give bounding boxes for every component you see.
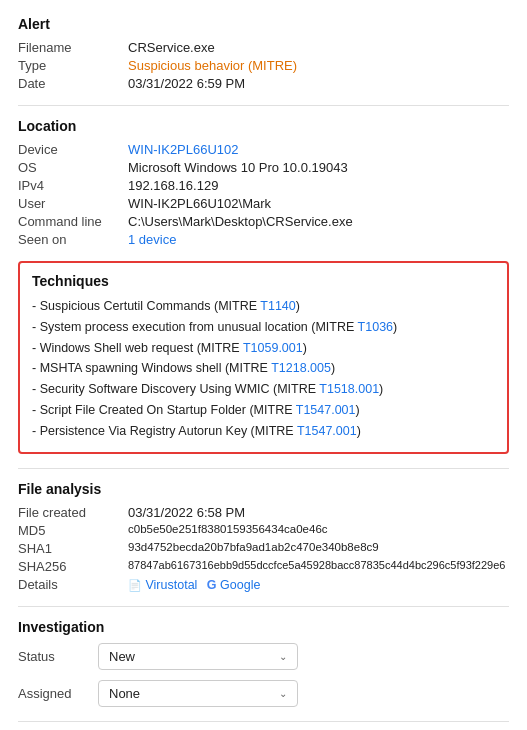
techniques-section: Techniques - Suspicious Certutil Command… xyxy=(18,261,509,454)
investigation-section: Investigation Status New ⌄ Assigned None… xyxy=(18,619,509,707)
investigation-title: Investigation xyxy=(18,619,509,635)
ipv4-label: IPv4 xyxy=(18,178,128,193)
device-label: Device xyxy=(18,142,128,157)
date-label: Date xyxy=(18,76,128,91)
os-value: Microsoft Windows 10 Pro 10.0.19043 xyxy=(128,160,509,175)
sha256-label: SHA256 xyxy=(18,559,128,574)
mitre-link-1[interactable]: T1036 xyxy=(358,320,393,334)
assigned-row: Assigned None ⌄ xyxy=(18,680,509,707)
assigned-label: Assigned xyxy=(18,686,98,701)
virustotal-icon: 📄 xyxy=(128,579,142,591)
alert-section: Alert Filename CRService.exe Type Suspic… xyxy=(18,16,509,91)
divider-2 xyxy=(18,468,509,469)
sha1-label: SHA1 xyxy=(18,541,128,556)
md5-value: c0b5e50e251f8380159356434ca0e46c xyxy=(128,523,509,538)
date-value: 03/31/2022 6:59 PM xyxy=(128,76,509,91)
technique-item-1: - System process execution from unusual … xyxy=(32,318,495,337)
seenon-value[interactable]: 1 device xyxy=(128,232,509,247)
assigned-value: None xyxy=(109,686,140,701)
status-dropdown[interactable]: New ⌄ xyxy=(98,643,298,670)
type-value: Suspicious behavior (MITRE) xyxy=(128,58,509,73)
filename-value: CRService.exe xyxy=(128,40,509,55)
alert-title: Alert xyxy=(18,16,509,32)
assigned-dropdown[interactable]: None ⌄ xyxy=(98,680,298,707)
device-value[interactable]: WIN-IK2PL66U102 xyxy=(128,142,509,157)
google-icon: G xyxy=(207,578,217,592)
mitre-link-3[interactable]: T1218.005 xyxy=(271,361,331,375)
file-analysis-title: File analysis xyxy=(18,481,509,497)
sha256-value: 87847ab6167316ebb9d55dccfce5a45928bacc87… xyxy=(128,559,509,574)
file-created-value: 03/31/2022 6:58 PM xyxy=(128,505,509,520)
file-created-label: File created xyxy=(18,505,128,520)
sha1-value: 93d4752becda20b7bfa9ad1ab2c470e340b8e8c9 xyxy=(128,541,509,556)
cmdline-value: C:\Users\Mark\Desktop\CRService.exe xyxy=(128,214,509,229)
details-links: 📄 Virustotal G Google xyxy=(128,577,509,592)
status-value: New xyxy=(109,649,135,664)
file-analysis-table: File created 03/31/2022 6:58 PM MD5 c0b5… xyxy=(18,505,509,592)
location-section: Location Device WIN-IK2PL66U102 OS Micro… xyxy=(18,118,509,247)
file-analysis-section: File analysis File created 03/31/2022 6:… xyxy=(18,481,509,592)
status-label: Status xyxy=(18,649,98,664)
os-label: OS xyxy=(18,160,128,175)
type-label: Type xyxy=(18,58,128,73)
location-info-table: Device WIN-IK2PL66U102 OS Microsoft Wind… xyxy=(18,142,509,247)
filename-label: Filename xyxy=(18,40,128,55)
mitre-link-6[interactable]: T1547.001 xyxy=(297,424,357,438)
virustotal-label: Virustotal xyxy=(145,578,197,592)
ipv4-value: 192.168.16.129 xyxy=(128,178,509,193)
details-label: Details xyxy=(18,577,128,592)
techniques-title: Techniques xyxy=(32,273,495,289)
mitre-link-2[interactable]: T1059.001 xyxy=(243,341,303,355)
assigned-dropdown-arrow: ⌄ xyxy=(279,688,287,699)
technique-item-5: - Script File Created On Startup Folder … xyxy=(32,401,495,420)
location-title: Location xyxy=(18,118,509,134)
mitre-link-5[interactable]: T1547.001 xyxy=(296,403,356,417)
technique-item-3: - MSHTA spawning Windows shell (MITRE T1… xyxy=(32,359,495,378)
user-label: User xyxy=(18,196,128,211)
technique-item-2: - Windows Shell web request (MITRE T1059… xyxy=(32,339,495,358)
google-link[interactable]: G Google xyxy=(207,578,261,592)
divider-4 xyxy=(18,721,509,722)
md5-label: MD5 xyxy=(18,523,128,538)
status-dropdown-arrow: ⌄ xyxy=(279,651,287,662)
cmdline-label: Command line xyxy=(18,214,128,229)
user-value: WIN-IK2PL66U102\Mark xyxy=(128,196,509,211)
virustotal-link[interactable]: 📄 Virustotal xyxy=(128,578,201,592)
mitre-link-4[interactable]: T1518.001 xyxy=(319,382,379,396)
status-row: Status New ⌄ xyxy=(18,643,509,670)
mitre-link-0[interactable]: T1140 xyxy=(260,299,295,313)
technique-item-4: - Security Software Discovery Using WMIC… xyxy=(32,380,495,399)
divider-3 xyxy=(18,606,509,607)
seenon-label: Seen on xyxy=(18,232,128,247)
google-label: Google xyxy=(220,578,260,592)
technique-item-6: - Persistence Via Registry Autorun Key (… xyxy=(32,422,495,441)
divider-1 xyxy=(18,105,509,106)
alert-info-table: Filename CRService.exe Type Suspicious b… xyxy=(18,40,509,91)
technique-item-0: - Suspicious Certutil Commands (MITRE T1… xyxy=(32,297,495,316)
